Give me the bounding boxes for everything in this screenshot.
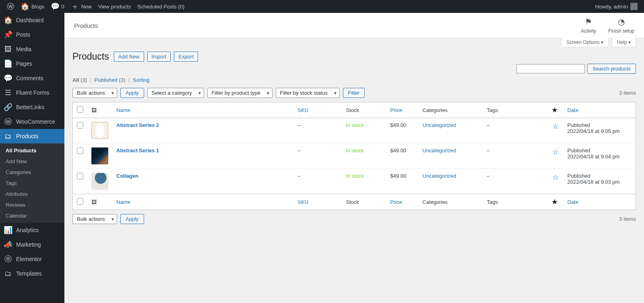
export-button[interactable]: Export <box>174 52 198 62</box>
stock-status-select[interactable]: Filter by stock status <box>276 88 340 98</box>
sidebar-item-comments[interactable]: 💬Comments <box>0 71 64 85</box>
row-checkbox[interactable] <box>77 122 83 129</box>
table-row: Abstract Series 1 – In stock $49.00 Unca… <box>73 143 636 169</box>
sidebar-item-dashboard[interactable]: 🏠Dashboard <box>0 13 64 27</box>
product-type-select[interactable]: Filter by product type <box>207 88 272 98</box>
sidebar-item-betterlinks[interactable]: 🔗BetterLinks <box>0 100 64 114</box>
col-date-sort-footer[interactable]: Date <box>568 199 578 205</box>
cell-date: Published2022/04/18 at 9:04 pm <box>564 143 636 169</box>
site-home-link[interactable]: 🏠Blogs <box>18 0 48 13</box>
sidebar-item-products[interactable]: 🗂Products <box>0 129 64 143</box>
sub-tags[interactable]: Tags <box>0 178 64 189</box>
account-link[interactable]: Howdy, admin <box>592 0 641 13</box>
page-title: Products <box>72 51 109 62</box>
sub-calendar[interactable]: Calendar <box>0 210 64 221</box>
col-price-sort[interactable]: Price <box>390 107 402 113</box>
breadcrumb: Products <box>74 22 98 29</box>
megaphone-icon: 📣 <box>4 241 12 249</box>
howdy-text: Howdy, admin <box>595 4 628 10</box>
sidebar-item-fluent-forms[interactable]: ☰Fluent Forms <box>0 85 64 100</box>
select-all-checkbox[interactable] <box>77 106 83 113</box>
col-tags: Tags <box>483 102 547 118</box>
apply-bulk-button[interactable]: Apply <box>120 88 144 98</box>
sub-attributes[interactable]: Attributes <box>0 189 64 199</box>
pin-icon: 📌 <box>4 31 12 39</box>
cell-date: Published2022/04/18 at 9:03 pm <box>564 169 636 194</box>
sub-add-new[interactable]: Add New <box>0 156 64 167</box>
activity-button[interactable]: ⚑Activity <box>581 17 596 34</box>
bulk-actions-select-bottom[interactable]: Bulk actions <box>72 214 117 224</box>
apply-bulk-button-bottom[interactable]: Apply <box>120 214 144 224</box>
col-sku-sort-footer[interactable]: SKU <box>298 199 309 205</box>
search-products-button[interactable]: Search products <box>587 64 636 74</box>
select-all-checkbox-footer[interactable] <box>77 198 83 205</box>
sidebar-item-templates[interactable]: 🗂Templates <box>0 266 64 281</box>
home-icon: 🏠 <box>21 2 29 10</box>
row-checkbox[interactable] <box>77 147 83 154</box>
comment-count: 0 <box>62 4 64 10</box>
product-thumbnail[interactable] <box>91 173 108 190</box>
sub-all-products[interactable]: All Products <box>0 145 64 156</box>
filter-sorting[interactable]: Sorting <box>133 77 149 83</box>
col-sku-sort[interactable]: SKU <box>298 107 309 113</box>
link-icon: 🔗 <box>4 103 12 111</box>
templates-icon: 🗂 <box>4 270 12 278</box>
row-checkbox[interactable] <box>77 173 83 179</box>
sidebar-item-pages[interactable]: 📄Pages <box>0 56 64 71</box>
sub-reviews[interactable]: Reviews <box>0 199 64 210</box>
import-button[interactable]: Import <box>147 52 171 62</box>
col-tags-footer: Tags <box>483 194 547 210</box>
bulk-actions-select[interactable]: Bulk actions <box>72 88 117 98</box>
product-name-link[interactable]: Abstract Series 2 <box>116 122 159 128</box>
sidebar-item-media[interactable]: 🖼Media <box>0 42 64 56</box>
col-name-sort[interactable]: Name <box>116 107 130 113</box>
new-content-link[interactable]: ＋New <box>68 0 95 13</box>
add-new-button[interactable]: Add New <box>114 52 144 62</box>
col-name-sort-footer[interactable]: Name <box>116 199 130 205</box>
product-thumbnail[interactable] <box>91 147 108 164</box>
featured-toggle[interactable]: ☆ <box>552 148 559 156</box>
sidebar-item-posts[interactable]: 📌Posts <box>0 27 64 42</box>
products-submenu: All Products Add New Categories Tags Att… <box>0 143 64 223</box>
sidebar-item-elementor[interactable]: ⓔElementor <box>0 252 64 266</box>
col-price-sort-footer[interactable]: Price <box>390 199 402 205</box>
product-name-link[interactable]: Collagen <box>116 173 138 179</box>
scheduled-posts-link[interactable]: Scheduled Posts (0) <box>134 0 188 13</box>
filter-button[interactable]: Filter <box>343 88 365 98</box>
sub-categories[interactable]: Categories <box>0 167 64 178</box>
items-count-top: 3 items <box>619 90 636 96</box>
help-toggle[interactable]: Help ▾ <box>612 38 636 47</box>
category-select[interactable]: Select a category <box>147 88 204 98</box>
cell-tags: – <box>483 143 547 169</box>
products-table: 🖼 Name SKU Stock Price Categories Tags ★… <box>72 102 636 210</box>
product-name-link[interactable]: Abstract Series 1 <box>116 147 159 154</box>
sidebar-item-woocommerce[interactable]: ⓦWooCommerce <box>0 114 64 129</box>
page-icon: 📄 <box>4 60 12 68</box>
cell-price: $49.00 <box>386 169 419 194</box>
filter-all[interactable]: All <box>72 77 79 83</box>
filter-published[interactable]: Published <box>95 77 118 83</box>
cell-tags: – <box>483 118 547 143</box>
items-count-bottom: 3 items <box>619 216 636 222</box>
cell-sku: – <box>294 143 342 169</box>
col-date-sort[interactable]: Date <box>568 107 578 113</box>
comments-link[interactable]: 💬0 <box>48 0 68 13</box>
featured-toggle[interactable]: ☆ <box>552 173 559 181</box>
col-stock-footer: Stock <box>342 194 386 210</box>
table-row: Abstract Series 2 – In stock $49.00 Unca… <box>73 118 636 143</box>
featured-toggle[interactable]: ☆ <box>552 122 559 131</box>
screen-options-toggle[interactable]: Screen Options ▾ <box>561 38 609 47</box>
cell-tags: – <box>483 169 547 194</box>
category-link[interactable]: Uncategorized <box>423 122 456 128</box>
product-thumbnail[interactable] <box>91 122 108 139</box>
view-products-link[interactable]: View products <box>95 0 134 13</box>
search-input[interactable] <box>516 64 585 73</box>
category-link[interactable]: Uncategorized <box>423 147 456 154</box>
finish-setup-button[interactable]: ◔Finish setup <box>608 17 634 34</box>
sidebar-item-marketing[interactable]: 📣Marketing <box>0 237 64 252</box>
category-link[interactable]: Uncategorized <box>423 173 456 179</box>
sidebar-item-analytics[interactable]: 📊Analytics <box>0 223 64 237</box>
wp-logo[interactable]: ⓦ <box>3 0 18 13</box>
flag-icon: ⚑ <box>585 17 592 27</box>
forms-icon: ☰ <box>4 89 12 97</box>
